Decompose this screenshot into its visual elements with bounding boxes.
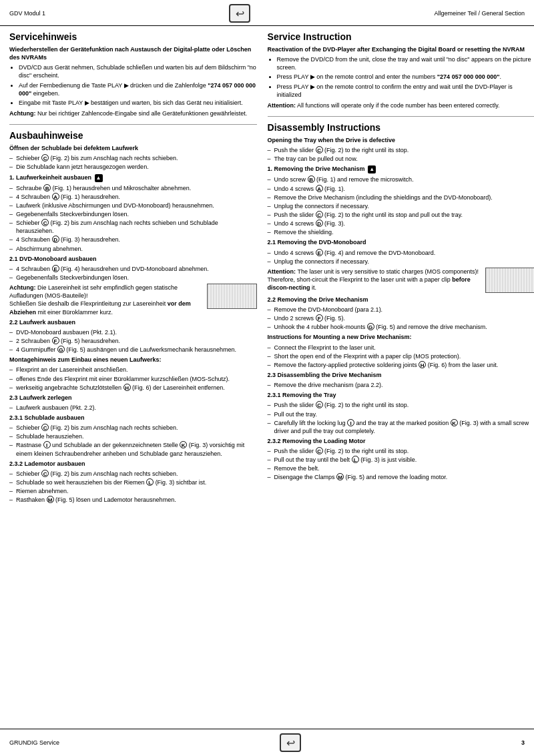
laufwerk-zerlegen-list: Laufwerk ausbauen (Pkt. 2.2).: [9, 404, 257, 412]
list-item: 4 Schrauben E (Fig. 4) herausdrehen und …: [9, 265, 257, 273]
opening-tray-en-list: Push the slider C (Fig. 2) to the right …: [268, 146, 534, 163]
opening-tray-en-title: Opening the Tray when the Drive is defec…: [268, 136, 534, 144]
list-item: Auf der Fernbedienung die Taste PLAY ▶ d…: [19, 81, 257, 97]
flexprint-image-left: [207, 284, 257, 309]
disassembling-list: Remove the drive mechanism (para 2.2).: [268, 381, 534, 389]
list-item: Pull out the tray until the belt L (Fig.…: [268, 456, 534, 464]
removing-loading-title: 2.3.2 Removing the Loading Motor: [268, 437, 534, 445]
dvd-monoboard-title: 2.1 DVD-Monoboard ausbauen: [9, 255, 257, 263]
list-item: Unplug the connectors if necessary.: [268, 202, 534, 210]
removing-drive-title: 1. Removing the Drive Mechanism ▲: [268, 165, 534, 173]
ausbauhinweise-title: Ausbauhinweise: [9, 130, 257, 141]
list-item: Push the slider C (Fig. 2) to the right …: [268, 146, 534, 154]
montagehiniweise-title: Montagehinweis zum Einbau eines neuen La…: [9, 356, 257, 364]
servicehinweis-title: Servicehinweis: [9, 31, 257, 42]
removing-drive-list: Undo screw B (Fig. 1) and remove the mic…: [268, 175, 534, 236]
list-item: offenes Ende des Flexprint mit einer Bür…: [9, 375, 257, 383]
removing-dvd-attention-block: Attention: The laser unit is very sensit…: [268, 268, 534, 296]
list-item: DVD/CD aus Gerät nehmen, Schublade schli…: [19, 63, 257, 79]
main-content: Servicehinweis Wiederherstellen der Gerä…: [0, 26, 534, 513]
footer-page-number: 3: [521, 739, 525, 746]
list-item: DVD-Monoboard ausbauen (Pkt. 2.1).: [9, 328, 257, 336]
list-item: Push the slider C (Fig. 2) to the right …: [268, 401, 534, 409]
disassembling-title: 2.3 Disassembling the Drive Mechanism: [268, 371, 534, 379]
service-instruction-title: Service Instruction: [268, 31, 534, 42]
list-item: Short the open end of the Flexprint with…: [268, 352, 534, 360]
list-item: Schublade herausziehen.: [9, 432, 257, 440]
list-item: Push the slider C (Fig. 2) to the right …: [268, 447, 534, 455]
list-item: Remove the belt.: [268, 464, 534, 472]
servicehinweis-attention: Achtung: Nur bei richtiger Zahlencode-Ei…: [9, 109, 257, 117]
laufwerk-list: Schraube B (Fig. 1) herausdrehen und Mik…: [9, 184, 257, 253]
right-column: Service Instruction Reactivation of the …: [268, 31, 534, 508]
list-item: Press PLAY ▶ on the remote control and e…: [277, 73, 534, 81]
list-item: Unhook the 4 rubber hook-mounts G (Fig. …: [268, 323, 534, 331]
list-item: Remove the shielding.: [268, 228, 534, 236]
list-item: Press PLAY ▶ on the remote control to co…: [277, 83, 534, 99]
page-footer: GRUNDIG Service ↩ 3: [0, 729, 534, 756]
servicehinweis-subtitle: Wiederherstellen der Gerätefunktion nach…: [9, 45, 257, 61]
list-item: 2 Schrauben F (Fig. 5) herausdrehen.: [9, 337, 257, 345]
instructions-mounting-list: Connect the Flexprint to the laser unit.…: [268, 344, 534, 369]
schublade-list: Schieber C (Fig. 2) bis zum Anschlag nac…: [9, 424, 257, 458]
opening-tray-title: Öffnen der Schublade bei defektem Laufwe…: [9, 144, 257, 152]
flexprint-image-right: [485, 268, 534, 293]
list-item: Undo 4 screws A (Fig. 1).: [268, 185, 534, 193]
list-item: Undo 2 screws F (Fig. 5).: [268, 314, 534, 322]
list-item: 4 Gummipuffer G (Fig. 5) aushängen und d…: [9, 346, 257, 354]
footer-center: ↩: [280, 733, 301, 752]
laufwerk-zerlegen-title: 2.3 Laufwerk zerlegen: [9, 394, 257, 402]
list-item: Connect the Flexprint to the laser unit.: [268, 344, 534, 352]
list-item: Remove the factory-applied protective so…: [268, 361, 534, 369]
list-item: The tray can be pulled out now.: [268, 155, 534, 163]
schublade-title: 2.3.1 Schublade ausbauen: [9, 414, 257, 422]
list-item: Pull out the tray.: [268, 410, 534, 418]
list-item: Eingabe mit Taste PLAY ▶ bestätigen und …: [19, 99, 257, 107]
service-instruction-attention: Attention: All functions will operate on…: [268, 101, 534, 109]
dvd-monoboard-attention-block: Achtung: Die Lasereinheit ist sehr empfi…: [9, 284, 257, 318]
lademotor-list: Schieber C (Fig. 2) bis zum Anschlag nac…: [9, 470, 257, 504]
list-item: Undo screw B (Fig. 1) and remove the mic…: [268, 175, 534, 183]
section-divider-2: [268, 116, 534, 117]
list-item: Riemen abnehmen.: [9, 487, 257, 495]
list-item: Schublade so weit herausziehen bis der R…: [9, 478, 257, 486]
list-item: 4 Schrauben A (Fig. 1) herausdrehen.: [9, 193, 257, 201]
removing-dvd-list: Undo 4 screws E (Fig. 4) and remove the …: [268, 249, 534, 266]
list-item: Remove the Drive Mechanism (including th…: [268, 194, 534, 202]
list-item: Laufwerk (inklusive Abschirmungen und DV…: [9, 202, 257, 210]
header-back-icon[interactable]: ↩: [229, 4, 250, 23]
left-column: Servicehinweis Wiederherstellen der Gerä…: [9, 31, 257, 508]
laufwerk-ausbauen-title: 2.2 Laufwerk ausbauen: [9, 318, 257, 326]
laufwerk-ausbauen-list: DVD-Monoboard ausbauen (Pkt. 2.1). 2 Sch…: [9, 328, 257, 354]
list-item: Rastnase I und Schublade an der gekennze…: [9, 441, 257, 457]
list-item: Gegebenenfalls Steckverbindungen lösen.: [9, 210, 257, 218]
header-section-label: Allgemeiner Teil / General Section: [435, 10, 525, 17]
footer-brand-label: GRUNDIG Service: [9, 739, 59, 746]
list-item: Schieber C (Fig. 2) bis zum Anschlag nac…: [9, 424, 257, 432]
opening-tray-list: Schieber C (Fig. 2) bis zum Anschlag nac…: [9, 154, 257, 171]
list-item: Push the slider C (Fig. 2) to the right …: [268, 211, 534, 219]
lademotor-title: 2.3.2 Lademotor ausbauen: [9, 460, 257, 468]
removing-loading-list: Push the slider C (Fig. 2) to the right …: [268, 447, 534, 482]
footer-back-icon[interactable]: ↩: [280, 733, 301, 752]
list-item: Unplug the connectors if necessary.: [268, 258, 534, 266]
list-item: Undo 4 screws E (Fig. 4) and remove the …: [268, 249, 534, 257]
list-item: Disengage the Clamps M (Fig. 5) and remo…: [268, 473, 534, 481]
list-item: Schraube B (Fig. 1) herausdrehen und Mik…: [9, 184, 257, 192]
list-item: Carefully lift the locking lug I and the…: [268, 419, 534, 435]
service-instruction-subtitle: Reactivation of the DVD-Player after Exc…: [268, 45, 534, 53]
laufwerk-title: 1. Laufwerkeinheit ausbauen ▲: [9, 173, 257, 182]
list-item: Remove the DVD/CD from the unit, close t…: [277, 55, 534, 71]
list-item: Flexprint an der Lasereinheit anschließe…: [9, 366, 257, 374]
removing-tray-title: 2.3.1 Removing the Tray: [268, 391, 534, 399]
list-item: Schieber C (Fig. 2) bis zum Anschlag nac…: [9, 470, 257, 478]
list-item: Schieber C (Fig. 2) bis zum Anschlag nac…: [9, 219, 257, 235]
page-header: GDV Modul 1 ↩ Allgemeiner Teil / General…: [0, 0, 534, 26]
removing-drive-mechanism-title: 2.2 Removing the Drive Mechanism: [268, 296, 534, 304]
disassembly-title: Disassembly Instructions: [268, 122, 534, 133]
service-instruction-section: Service Instruction Reactivation of the …: [268, 31, 534, 109]
list-item: Remove the drive mechanism (para 2.2).: [268, 381, 534, 389]
section-divider-1: [9, 124, 257, 125]
list-item: Laufwerk ausbauen (Pkt. 2.2).: [9, 404, 257, 412]
list-item: Die Schublade kann jetzt herausgezogen w…: [9, 163, 257, 171]
